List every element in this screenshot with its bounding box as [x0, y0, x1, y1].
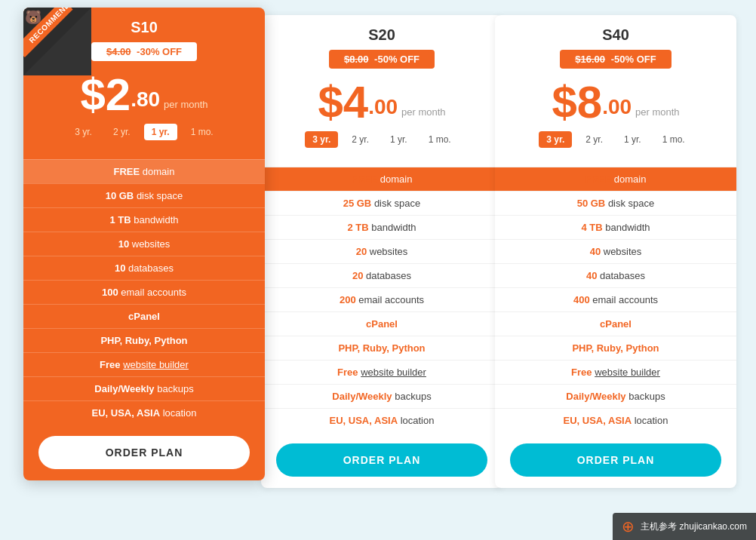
- feature-list-s40: FREE domain50 GB disk space4 TB bandwidt…: [495, 167, 736, 432]
- feature-bold: 10 GB: [106, 190, 134, 201]
- discount-text-s20: -50% OFF: [374, 54, 419, 65]
- feature-item-s40-1: 50 GB disk space: [495, 191, 736, 215]
- plan-name-s40: S40: [510, 26, 721, 44]
- footer-logo: ⊕: [622, 517, 635, 535]
- feature-bold: 200: [340, 294, 356, 305]
- period-selector-s20: 3 yr.2 yr.1 yr.1 mo.: [276, 131, 487, 148]
- original-price-s20: $8.00: [344, 54, 369, 65]
- period-btn-s20-1mo.[interactable]: 1 mo.: [421, 131, 459, 148]
- original-price-s40: $16.00: [575, 54, 605, 65]
- period-btn-s10-3yr.[interactable]: 3 yr.: [67, 124, 100, 140]
- price-decimal-s10: .80: [131, 87, 160, 112]
- order-btn-s40[interactable]: ORDER PLAN: [510, 443, 721, 477]
- feature-item-s10-6: cPanel: [23, 304, 265, 328]
- plan-header-s20: S20 $8.00 -50% OFF $4 .00 per month 3 yr…: [261, 15, 502, 167]
- feature-bold: Free: [100, 359, 120, 370]
- order-btn-container-s10: ORDER PLAN: [23, 425, 265, 480]
- feature-bold: 10: [115, 262, 125, 274]
- feature-item-s10-9: Daily/Weekly backups: [23, 376, 265, 400]
- feature-underline: website builder: [361, 367, 426, 378]
- feature-bold: EU, USA, ASIA: [330, 415, 398, 426]
- order-btn-s10[interactable]: ORDER PLAN: [38, 436, 250, 469]
- feature-bold: 10: [118, 238, 129, 250]
- feature-item-s20-10: EU, USA, ASIA location: [261, 408, 502, 432]
- period-btn-s40-3yr.[interactable]: 3 yr.: [539, 131, 572, 148]
- period-btn-s20-1yr.[interactable]: 1 yr.: [383, 131, 415, 148]
- feature-bold: FREE: [114, 166, 140, 177]
- period-selector-s40: 3 yr.2 yr.1 yr.1 mo.: [510, 131, 721, 148]
- feature-item-s10-8: Free website builder: [23, 352, 265, 376]
- feature-item-s20-2: 2 TB bandwidth: [261, 215, 502, 239]
- price-period-s40: per month: [635, 106, 680, 118]
- price-section-s20: $4 .00 per month: [276, 80, 487, 125]
- pricing-wrapper: RECOMMENDED 🐻 S10 $4.00 -30% OFF $2 .80 …: [23, 15, 733, 488]
- price-section-s10: $2 .80 per month: [38, 72, 250, 118]
- feature-item-s40-8: Free website builder: [495, 360, 736, 384]
- price-section-s40: $8 .00 per month: [510, 80, 721, 125]
- discount-badge-s10: $4.00 -30% OFF: [91, 42, 197, 61]
- discount-text-s40: -50% OFF: [611, 54, 656, 65]
- feature-bold: 4 TB: [581, 222, 602, 233]
- feature-item-s40-2: 4 TB bandwidth: [495, 215, 736, 239]
- period-btn-s40-1mo.[interactable]: 1 mo.: [655, 131, 693, 148]
- period-btn-s20-3yr.[interactable]: 3 yr.: [305, 131, 338, 148]
- period-btn-s10-1yr.[interactable]: 1 yr.: [144, 124, 177, 140]
- feature-item-s40-4: 40 databases: [495, 263, 736, 287]
- feature-bold: 25 GB: [343, 198, 372, 209]
- feature-bold: 100: [102, 287, 118, 298]
- feature-bold: 2 TB: [347, 222, 368, 233]
- bear-icon: 🐻: [25, 9, 41, 26]
- price-period-s20: per month: [401, 106, 446, 118]
- feature-bold: cPanel: [128, 311, 160, 322]
- feature-bold: EU, USA, ASIA: [564, 415, 632, 426]
- period-btn-s10-1mo.[interactable]: 1 mo.: [183, 124, 221, 140]
- feature-bold: cPanel: [366, 318, 398, 330]
- feature-underline: website builder: [595, 367, 660, 378]
- feature-item-s20-6: cPanel: [261, 311, 502, 336]
- feature-item-s20-3: 20 websites: [261, 239, 502, 263]
- period-selector-s10: 3 yr.2 yr.1 yr.1 mo.: [38, 124, 250, 140]
- plan-card-s40: S40 $16.00 -50% OFF $8 .00 per month 3 y…: [495, 15, 736, 488]
- feature-bold: 40: [590, 246, 601, 257]
- period-btn-s40-1yr.[interactable]: 1 yr.: [616, 131, 649, 148]
- feature-bold: FREE: [585, 173, 612, 185]
- period-btn-s20-2yr.[interactable]: 2 yr.: [344, 131, 376, 148]
- period-btn-s40-2yr.[interactable]: 2 yr.: [578, 131, 610, 148]
- feature-item-s10-1: 10 GB disk space: [23, 183, 265, 207]
- feature-list-s10: FREE domain10 GB disk space1 TB bandwidt…: [23, 159, 265, 425]
- feature-bold: 40: [586, 270, 597, 281]
- plan-header-s40: S40 $16.00 -50% OFF $8 .00 per month 3 y…: [495, 15, 736, 167]
- price-dollar-s40: $8: [552, 80, 602, 125]
- feature-item-s10-10: EU, USA, ASIA location: [23, 400, 265, 425]
- feature-item-s10-7: PHP, Ruby, Python: [23, 328, 265, 352]
- feature-bold: FREE: [352, 173, 378, 185]
- feature-item-s10-0: FREE domain: [23, 159, 265, 183]
- feature-bold: PHP, Ruby, Python: [100, 335, 187, 346]
- feature-item-s40-0: FREE domain: [495, 167, 736, 191]
- period-btn-s10-2yr.[interactable]: 2 yr.: [106, 124, 138, 140]
- feature-bold: Daily/Weekly: [94, 383, 154, 394]
- price-dollar-s20: $4: [318, 80, 368, 125]
- plan-card-s10: RECOMMENDED 🐻 S10 $4.00 -30% OFF $2 .80 …: [23, 8, 265, 480]
- feature-item-s10-4: 10 databases: [23, 256, 265, 280]
- feature-bold: cPanel: [600, 318, 632, 330]
- feature-item-s40-10: EU, USA, ASIA location: [495, 408, 736, 432]
- feature-item-s10-5: 100 email accounts: [23, 280, 265, 304]
- feature-bold: 20: [352, 270, 363, 281]
- price-dollar-s10: $2: [80, 72, 131, 118]
- feature-item-s10-2: 1 TB bandwidth: [23, 207, 265, 232]
- feature-bold: 20: [356, 246, 367, 257]
- price-decimal-s40: .00: [602, 95, 632, 119]
- feature-item-s20-8: Free website builder: [261, 360, 502, 384]
- feature-bold: Free: [337, 367, 358, 378]
- feature-item-s20-4: 20 databases: [261, 263, 502, 287]
- feature-bold: Daily/Weekly: [332, 391, 392, 402]
- feature-item-s20-7: PHP, Ruby, Python: [261, 336, 502, 360]
- feature-item-s40-7: PHP, Ruby, Python: [495, 336, 736, 360]
- feature-bold: 400: [573, 294, 590, 305]
- feature-item-s40-5: 400 email accounts: [495, 287, 736, 311]
- feature-bold: Free: [571, 367, 592, 378]
- price-decimal-s20: .00: [368, 95, 398, 119]
- order-btn-s20[interactable]: ORDER PLAN: [276, 443, 487, 477]
- discount-badge-s20: $8.00 -50% OFF: [329, 50, 435, 69]
